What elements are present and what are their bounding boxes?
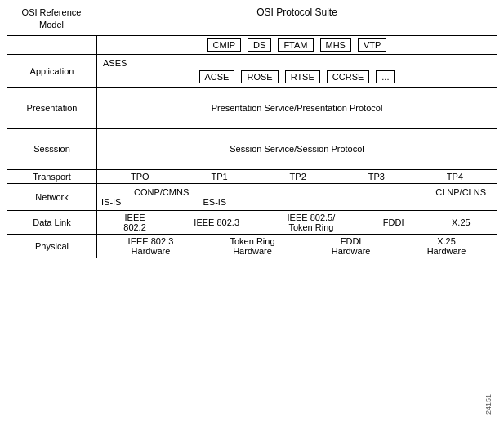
watermark: 24151 — [484, 394, 493, 415]
layer-presentation-label: Presentation — [7, 87, 97, 128]
osi-table: CMIP DS FTAM MHS VTP Application ASES AC… — [7, 35, 497, 258]
dl-ieee8023: IEEE 802.3 — [194, 217, 239, 227]
layer-application-row: Application ASES ACSE ROSE RTSE CCRSE ..… — [7, 54, 497, 87]
conp-cmns: CONP/CMNS — [134, 187, 189, 197]
layer-transport-content: TPO TP1 TP2 TP3 TP4 — [97, 169, 497, 183]
protocol-vtp: VTP — [358, 38, 386, 52]
app-rtse: RTSE — [285, 70, 320, 83]
protocol-cmip: CMIP — [207, 38, 242, 52]
clnp-clns: CLNP/CLNS — [435, 187, 486, 197]
layer-application-label: Application — [7, 54, 97, 87]
physical-items: IEEE 802.3 Hardware Token Ring Hardware … — [100, 236, 494, 256]
protocol-ftam: FTAM — [278, 38, 313, 52]
protocol-header-row: CMIP DS FTAM MHS VTP — [7, 35, 497, 54]
layer-transport-row: Transport TPO TP1 TP2 TP3 TP4 — [7, 169, 497, 183]
layer-application-content: ASES ACSE ROSE RTSE CCRSE ... — [97, 54, 497, 87]
layer-presentation-row: Presentation Presentation Service/Presen… — [7, 87, 497, 128]
network-row1: CONP/CMNS CLNP/CLNS — [101, 187, 493, 197]
layer-presentation-content: Presentation Service/Presentation Protoc… — [97, 87, 497, 128]
layer-network-label: Network — [7, 183, 97, 210]
phy-fddihw: FDDI Hardware — [332, 236, 371, 256]
ases-label: ASES — [103, 58, 491, 68]
layer-session-content: Session Service/Session Protocol — [97, 128, 497, 169]
tp0: TPO — [131, 172, 149, 182]
layer-datalink-content: IEEE 802.2 IEEE 802.3 IEEE 802.5/ Token … — [97, 210, 497, 234]
es-is: ES-IS — [203, 197, 226, 207]
application-items: ACSE ROSE RTSE CCRSE ... — [103, 70, 491, 84]
layer-transport-label: Transport — [7, 169, 97, 183]
session-text: Session Service/Session Protocol — [230, 144, 364, 154]
protocol-suite-title: OSI Protocol Suite — [96, 7, 497, 32]
app-acse: ACSE — [199, 70, 235, 83]
datalink-items: IEEE 802.2 IEEE 802.3 IEEE 802.5/ Token … — [100, 213, 494, 232]
tp4: TP4 — [447, 172, 463, 182]
layer-datalink-label: Data Link — [7, 210, 97, 234]
layer-network-row: Network CONP/CMNS CLNP/CLNS IS-IS ES-IS — [7, 183, 497, 210]
app-etc: ... — [376, 70, 395, 83]
tp3: TP3 — [368, 172, 385, 182]
app-rose: ROSE — [241, 70, 278, 83]
network-row2: IS-IS ES-IS — [101, 197, 493, 207]
layer-physical-content: IEEE 802.3 Hardware Token Ring Hardware … — [97, 234, 497, 258]
transport-items: TPO TP1 TP2 TP3 TP4 — [100, 172, 494, 182]
app-ccrse: CCRSE — [327, 70, 370, 83]
is-is: IS-IS — [101, 197, 121, 207]
layer-session-row: Sesssion Session Service/Session Protoco… — [7, 128, 497, 169]
phy-tokenringhw: Token Ring Hardware — [230, 236, 274, 256]
tp2: TP2 — [290, 172, 306, 182]
layer-datalink-row: Data Link IEEE 802.2 IEEE 802.3 IEEE 802… — [7, 210, 497, 234]
dl-x25: X.25 — [452, 217, 471, 227]
layer-network-content: CONP/CMNS CLNP/CLNS IS-IS ES-IS — [97, 183, 497, 210]
presentation-text: Presentation Service/Presentation Protoc… — [212, 103, 383, 113]
phy-ieee8023hw: IEEE 802.3 Hardware — [128, 236, 174, 256]
phy-x25hw: X.25 Hardware — [427, 236, 466, 256]
dl-ieee8025: IEEE 802.5/ Token Ring — [288, 213, 336, 232]
layer-physical-label: Physical — [7, 234, 97, 258]
protocol-header-items: CMIP DS FTAM MHS VTP — [99, 38, 495, 52]
layer-session-label: Sesssion — [7, 128, 97, 169]
protocol-mhs: MHS — [320, 38, 351, 52]
layer-physical-row: Physical IEEE 802.3 Hardware Token Ring … — [7, 234, 497, 258]
osi-model-label: OSI Reference Model — [7, 7, 96, 32]
dl-ieee8022: IEEE 802.2 — [123, 213, 146, 232]
protocol-ds: DS — [248, 38, 271, 52]
dl-fddi: FDDI — [383, 217, 404, 227]
tp1: TP1 — [212, 172, 228, 182]
